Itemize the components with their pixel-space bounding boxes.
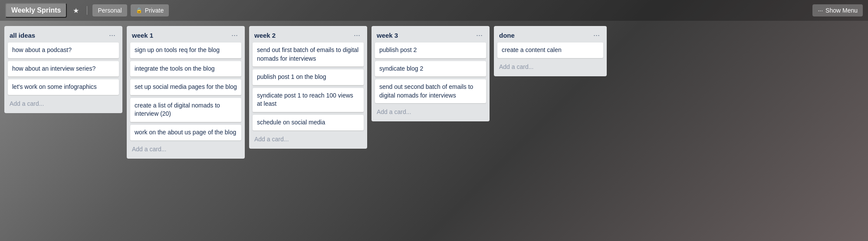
list-title-week-3: week 3	[377, 32, 398, 39]
card-week-1-4[interactable]: work on the about us page of the blog	[130, 125, 241, 140]
card-week-1-0[interactable]: sign up on tools req for the blog	[130, 42, 241, 59]
board-title-button[interactable]: Weekly Sprints	[5, 3, 67, 18]
card-week-2-3[interactable]: schedule on social media	[253, 115, 364, 130]
list-menu-button-done[interactable]: ···	[592, 31, 602, 39]
list-done: done···create a content calenAdd a card.…	[494, 26, 607, 76]
add-card-button-all-ideas[interactable]: Add a card...	[8, 98, 119, 110]
card-week-3-1[interactable]: syndicate blog 2	[375, 61, 486, 77]
list-menu-button-week-3[interactable]: ···	[474, 31, 484, 39]
header: Weekly Sprints ★ Personal 🔒 Private ··· …	[0, 0, 868, 21]
add-card-button-done[interactable]: Add a card...	[497, 61, 603, 73]
add-card-button-week-2[interactable]: Add a card...	[253, 133, 364, 145]
lock-icon: 🔒	[136, 7, 142, 13]
card-week-3-0[interactable]: publish post 2	[375, 42, 486, 59]
star-button[interactable]: ★	[70, 5, 82, 16]
list-header-all-ideas: all ideas···	[8, 29, 119, 42]
add-card-button-week-3[interactable]: Add a card...	[375, 106, 486, 118]
show-menu-button[interactable]: ··· Show Menu	[812, 4, 863, 16]
list-week-3: week 3···publish post 2syndicate blog 2s…	[372, 26, 490, 121]
board: all ideas···how about a podcast?how abou…	[0, 21, 868, 164]
list-menu-button-all-ideas[interactable]: ···	[107, 31, 117, 39]
list-title-week-1: week 1	[132, 32, 153, 39]
list-header-done: done···	[497, 29, 603, 42]
card-week-1-3[interactable]: create a list of digital nomads to inter…	[130, 98, 241, 122]
card-all-ideas-1[interactable]: how about an interview series?	[8, 61, 119, 77]
list-week-2: week 2···send out first batch of emails …	[249, 26, 367, 149]
card-week-2-1[interactable]: publish post 1 on the blog	[253, 69, 364, 85]
more-icon: ···	[818, 7, 823, 14]
card-week-2-0[interactable]: send out first batch of emails to digita…	[253, 42, 364, 67]
card-all-ideas-2[interactable]: let's work on some infographics	[8, 79, 119, 95]
list-week-1: week 1···sign up on tools req for the bl…	[127, 26, 245, 159]
list-header-week-2: week 2···	[253, 29, 364, 42]
show-menu-label: Show Menu	[825, 7, 858, 14]
header-divider	[87, 6, 87, 15]
list-menu-button-week-2[interactable]: ···	[352, 31, 362, 39]
list-menu-button-week-1[interactable]: ···	[230, 31, 240, 39]
list-header-week-1: week 1···	[130, 29, 241, 42]
list-title-all-ideas: all ideas	[10, 32, 35, 39]
add-card-button-week-1[interactable]: Add a card...	[130, 143, 241, 155]
card-week-3-2[interactable]: send out second batch of emails to digit…	[375, 79, 486, 103]
card-all-ideas-0[interactable]: how about a podcast?	[8, 42, 119, 59]
private-button[interactable]: 🔒 Private	[131, 4, 169, 16]
card-done-0[interactable]: create a content calen	[497, 42, 603, 58]
list-all-ideas: all ideas···how about a podcast?how abou…	[4, 26, 122, 113]
card-week-1-1[interactable]: integrate the tools on the blog	[130, 61, 241, 77]
personal-button[interactable]: Personal	[92, 4, 127, 16]
list-title-done: done	[499, 32, 515, 39]
list-title-week-2: week 2	[254, 32, 276, 39]
card-week-2-2[interactable]: syndicate post 1 to reach 100 views at l…	[253, 88, 364, 112]
private-label: Private	[145, 7, 164, 14]
list-header-week-3: week 3···	[375, 29, 486, 42]
card-week-1-2[interactable]: set up social media pages for the blog	[130, 79, 241, 95]
